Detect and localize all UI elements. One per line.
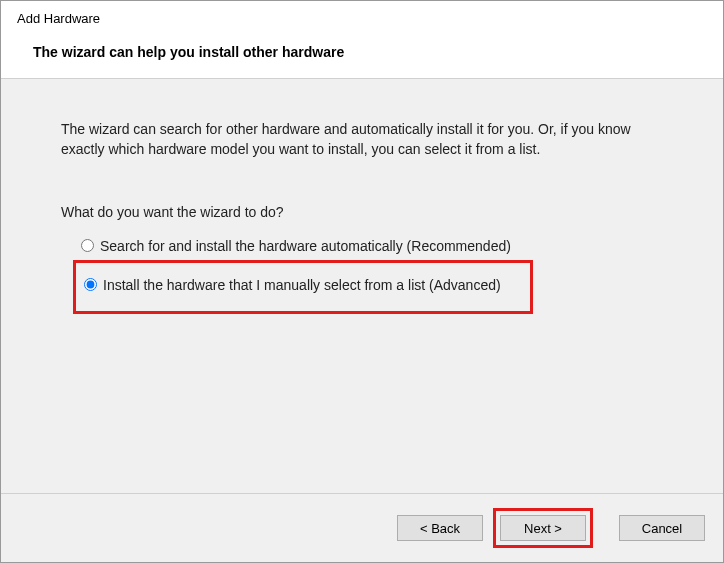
radio-option-manual[interactable]: Install the hardware that I manually sel…: [82, 273, 524, 297]
radio-auto-label: Search for and install the hardware auto…: [100, 238, 511, 254]
wizard-footer: < Back Next > Cancel: [1, 494, 723, 562]
radio-group-install-mode: Search for and install the hardware auto…: [61, 234, 663, 314]
window-title: Add Hardware: [17, 11, 707, 26]
highlight-next-button: Next >: [493, 508, 593, 548]
question-text: What do you want the wizard to do?: [61, 204, 663, 220]
page-subtitle: The wizard can help you install other ha…: [33, 44, 707, 60]
wizard-content: The wizard can search for other hardware…: [1, 79, 723, 494]
cancel-button[interactable]: Cancel: [619, 515, 705, 541]
intro-text: The wizard can search for other hardware…: [61, 119, 663, 160]
radio-manual-label: Install the hardware that I manually sel…: [103, 277, 501, 293]
next-button[interactable]: Next >: [500, 515, 586, 541]
add-hardware-wizard: Add Hardware The wizard can help you ins…: [0, 0, 724, 563]
radio-auto-input[interactable]: [81, 239, 94, 252]
radio-option-auto[interactable]: Search for and install the hardware auto…: [79, 234, 663, 258]
highlight-manual-option: Install the hardware that I manually sel…: [73, 260, 533, 314]
wizard-header: Add Hardware The wizard can help you ins…: [1, 1, 723, 79]
back-button[interactable]: < Back: [397, 515, 483, 541]
radio-manual-input[interactable]: [84, 278, 97, 291]
